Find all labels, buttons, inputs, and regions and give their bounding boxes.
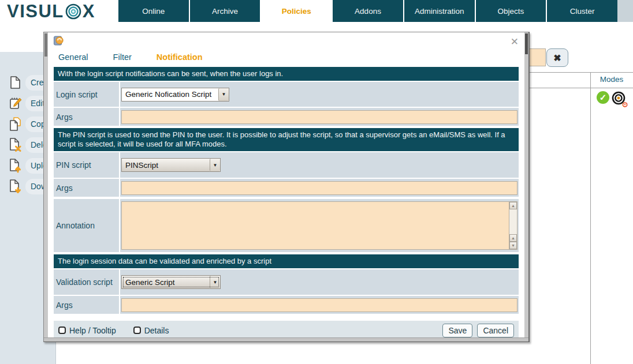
pin-script-label: PIN script	[54, 152, 119, 178]
validation-script-row: Validation script Generic Script ▼	[54, 269, 519, 295]
document-new-icon[interactable]	[8, 75, 23, 90]
login-args-label: Args	[54, 108, 119, 126]
section-header-validation-script: The login session data can be validated …	[54, 254, 519, 268]
close-icon[interactable]: ✕	[511, 36, 519, 48]
tab-notification[interactable]: Notification	[157, 52, 203, 62]
nav-tab-archive[interactable]: Archive	[190, 0, 260, 22]
document-copy-icon[interactable]	[8, 117, 23, 132]
annotation-label: Annotation	[54, 199, 119, 252]
chevron-down-icon: ▼	[210, 276, 220, 288]
enabled-check-icon: ✓	[597, 91, 609, 104]
cancel-button[interactable]: Cancel	[477, 324, 514, 337]
login-script-select[interactable]: Generic Nofication Script ▼	[121, 88, 229, 102]
top-nav: VISUL X Online Archive Policies Addons A…	[0, 0, 633, 22]
pin-args-row: Args	[54, 179, 519, 197]
checkbox-icon[interactable]	[58, 327, 66, 334]
nav-tab-policies[interactable]: Policies	[261, 0, 332, 22]
details-checkbox[interactable]: Details	[133, 326, 169, 335]
checkbox-icon[interactable]	[133, 327, 141, 334]
pin-args-input[interactable]	[121, 181, 517, 195]
tab-general[interactable]: General	[58, 52, 88, 62]
help-tooltip-label: Help / Tooltip	[69, 326, 116, 335]
nav-tab-online[interactable]: Online	[118, 0, 189, 22]
nav-tab-cluster[interactable]: Cluster	[547, 0, 617, 22]
section-header-login-script: With the login script notifications can …	[54, 67, 519, 81]
scroll-up-icon[interactable]: ▲	[509, 234, 517, 242]
login-args-input[interactable]	[121, 110, 517, 124]
document-download-icon[interactable]	[8, 179, 23, 194]
clear-filter-button[interactable]: ✖	[546, 48, 568, 67]
dialog-footer: Help / Tooltip Details Save Cancel	[54, 321, 519, 337]
scrollbar-thumb[interactable]	[525, 33, 528, 54]
page: VISUL X Online Archive Policies Addons A…	[0, 0, 633, 364]
details-label: Details	[144, 326, 169, 335]
validation-args-row: Args	[54, 296, 519, 314]
chevron-down-icon: ▼	[218, 88, 229, 101]
dialog-header: ✕ General Filter Notification	[54, 32, 519, 67]
section-header-pin-script: The PIN script is used to send the PIN t…	[54, 128, 519, 151]
validation-script-value: Generic Script	[122, 276, 210, 288]
document-upload-icon[interactable]	[8, 158, 23, 173]
nav-tab-administration[interactable]: Administration	[404, 0, 475, 22]
table-column-header-modes: Modes	[590, 75, 633, 87]
scroll-up-icon[interactable]: ▲	[509, 202, 517, 209]
scrollbar-thumb[interactable]	[44, 33, 47, 57]
login-script-row: Login script Generic Nofication Script ▼	[54, 82, 519, 107]
dialog-tab-bar: General Filter Notification	[54, 52, 519, 62]
dialog-content: ✕ General Filter Notification With the l…	[48, 32, 524, 337]
logo-text-left: VISUL	[7, 1, 64, 22]
login-script-label: Login script	[54, 82, 119, 107]
pin-script-value: PINScript	[122, 159, 210, 171]
mfa-target-gear-icon: ⚙	[612, 91, 627, 106]
table-row-mode-icons: ✓ ⚙	[597, 91, 627, 106]
tab-filter[interactable]: Filter	[113, 52, 132, 62]
nav-corner-stub	[617, 0, 633, 22]
annotation-textarea[interactable]	[122, 202, 509, 249]
dialog-buttons: Save Cancel	[442, 324, 514, 337]
login-args-row: Args	[54, 108, 519, 126]
gear-icon: ⚙	[621, 101, 628, 108]
document-delete-icon[interactable]	[8, 137, 23, 152]
validation-script-label: Validation script	[54, 269, 119, 295]
help-tooltip-checkbox[interactable]: Help / Tooltip	[58, 326, 116, 335]
nav-tab-addons[interactable]: Addons	[333, 0, 403, 22]
chevron-down-icon: ▼	[210, 159, 220, 171]
nav-tab-bar: Online Archive Policies Addons Administr…	[117, 0, 617, 22]
annotation-textarea-wrap: ▲ ▲ ▼	[121, 201, 517, 250]
logo-text-right: X	[83, 1, 95, 22]
dialog-left-scrollbar	[44, 32, 48, 337]
visulox-logo: VISUL X	[7, 1, 95, 22]
nav-tab-objects[interactable]: Objects	[476, 0, 546, 22]
validation-script-select[interactable]: Generic Script ▼	[121, 275, 221, 289]
table-column-divider	[590, 72, 591, 364]
validation-args-label: Args	[54, 296, 119, 314]
target-logo-icon	[65, 3, 82, 20]
save-button[interactable]: Save	[442, 324, 472, 337]
document-edit-icon[interactable]	[8, 96, 23, 111]
notification-dialog: ✕ General Filter Notification With the l…	[43, 32, 530, 342]
login-script-value: Generic Nofication Script	[122, 88, 218, 101]
dialog-right-scrollbar	[524, 32, 528, 337]
annotation-scrollbar: ▲ ▲ ▼	[509, 202, 517, 249]
validation-args-input[interactable]	[121, 298, 517, 312]
pin-args-label: Args	[54, 179, 119, 197]
pin-script-row: PIN script PINScript ▼	[54, 152, 519, 178]
annotation-row: Annotation ▲ ▲ ▼	[54, 199, 519, 252]
scroll-down-icon[interactable]: ▼	[509, 242, 517, 249]
dialog-bottom-frame	[44, 337, 528, 342]
pin-script-select[interactable]: PINScript ▼	[121, 158, 221, 172]
notification-script-icon	[54, 37, 64, 47]
